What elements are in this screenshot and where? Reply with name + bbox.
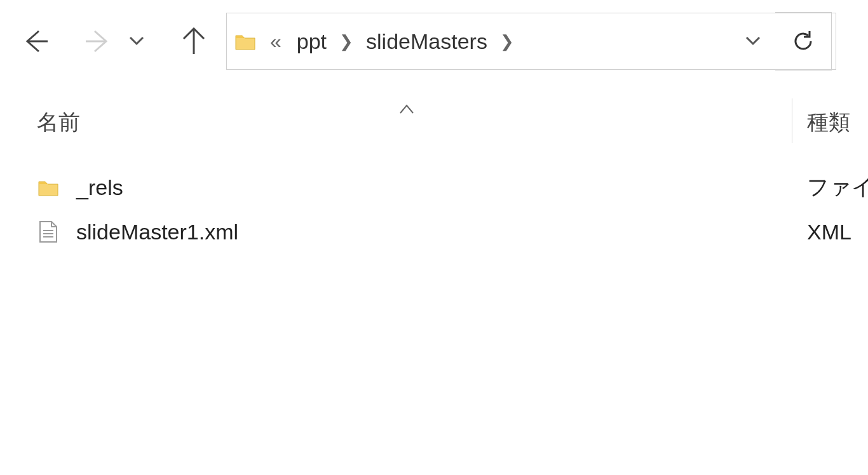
- refresh-button[interactable]: [775, 12, 832, 70]
- xml-file-icon: [36, 220, 61, 243]
- column-divider[interactable]: [792, 98, 792, 143]
- list-item[interactable]: slideMaster1.xml XML: [0, 210, 868, 254]
- nav-up-button[interactable]: [172, 19, 216, 64]
- nav-recent-button[interactable]: [124, 25, 149, 57]
- chevron-down-icon: [128, 32, 146, 50]
- arrow-up-icon: [179, 26, 209, 57]
- file-type: ファイル: [807, 173, 868, 202]
- folder-icon: [234, 32, 256, 51]
- file-name: slideMaster1.xml: [76, 220, 238, 244]
- sort-indicator: [394, 97, 419, 122]
- chevron-up-icon: [398, 100, 416, 118]
- list-item[interactable]: _rels ファイル: [0, 165, 868, 210]
- arrow-left-icon: [20, 26, 50, 57]
- toolbar: « ppt ❯ slideMasters ❯: [0, 0, 868, 83]
- chevron-right-icon[interactable]: ❯: [330, 32, 362, 51]
- file-type: XML: [807, 220, 851, 244]
- folder-icon: [36, 178, 61, 197]
- breadcrumb-item-1[interactable]: slideMasters: [362, 27, 491, 57]
- file-list: _rels ファイル slideMaster1.xml XML: [0, 165, 868, 254]
- chevron-down-icon: [744, 32, 762, 50]
- breadcrumb-item-0[interactable]: ppt: [293, 27, 330, 57]
- column-header-name[interactable]: 名前: [37, 108, 80, 137]
- arrow-right-icon: [83, 26, 114, 57]
- address-bar[interactable]: « ppt ❯ slideMasters ❯: [226, 13, 836, 70]
- column-header-type[interactable]: 種類: [807, 108, 850, 137]
- chevron-right-icon[interactable]: ❯: [491, 32, 523, 51]
- nav-forward-button[interactable]: [76, 19, 121, 64]
- file-name: _rels: [76, 175, 123, 200]
- breadcrumb-overflow[interactable]: «: [259, 30, 293, 53]
- column-header-row: 名前 種類: [0, 108, 868, 146]
- address-history-button[interactable]: [731, 32, 775, 50]
- nav-back-button[interactable]: [13, 19, 57, 64]
- breadcrumb: « ppt ❯ slideMasters ❯: [259, 27, 731, 57]
- refresh-icon: [790, 29, 816, 54]
